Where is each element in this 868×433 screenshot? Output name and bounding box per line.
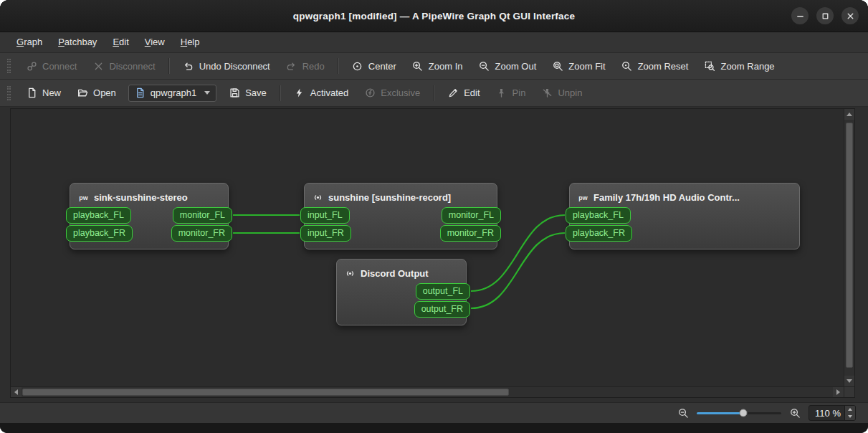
- port-monitor_FL[interactable]: monitor_FL: [442, 207, 501, 224]
- port-playback_FR[interactable]: playback_FR: [566, 225, 632, 242]
- node-sink-sunshine-stereo[interactable]: pwsink-sunshine-stereoplayback_FLmonitor…: [70, 183, 229, 249]
- edit-button[interactable]: Edit: [440, 84, 487, 103]
- port-input_FL[interactable]: input_FL: [300, 207, 350, 224]
- pin-button[interactable]: Pin: [489, 84, 533, 103]
- zoom-spin-up-button[interactable]: [845, 406, 855, 413]
- center-button[interactable]: Center: [345, 57, 404, 75]
- close-icon: [844, 10, 856, 22]
- button-label: Redo: [302, 61, 325, 72]
- redo-button[interactable]: Redo: [279, 57, 332, 75]
- menu-edit[interactable]: Edit: [105, 32, 136, 52]
- arrow-up-icon: [846, 113, 852, 116]
- button-label: Disconnect: [109, 61, 155, 72]
- node-title[interactable]: Discord Output: [337, 264, 466, 282]
- zoom-in-button[interactable]: Zoom In: [405, 57, 470, 75]
- window-bottom-edge: [0, 423, 868, 433]
- vertical-scroll-track[interactable]: [844, 120, 854, 376]
- port-row: input_FRmonitor_FR: [305, 224, 497, 242]
- horizontal-scroll-handle[interactable]: [22, 389, 509, 396]
- node-discord-output[interactable]: Discord Outputoutput_FLoutput_FR: [336, 259, 467, 325]
- zoom-reset-button[interactable]: Zoom Reset: [614, 57, 696, 75]
- menu-view[interactable]: View: [137, 32, 173, 52]
- zoom-range-button[interactable]: Zoom Range: [697, 57, 781, 75]
- scroll-right-button[interactable]: [833, 387, 844, 397]
- title-bar[interactable]: qpwgraph1 [modified] — A PipeWire Graph …: [0, 0, 868, 32]
- record-icon: [312, 191, 323, 203]
- undo-disconnect-button[interactable]: Undo Disconnect: [176, 57, 277, 75]
- port-input_FR[interactable]: input_FR: [300, 225, 351, 242]
- minimize-button[interactable]: [791, 7, 809, 24]
- toolbar-drag-handle[interactable]: [7, 59, 11, 73]
- new-button[interactable]: New: [19, 84, 68, 103]
- horizontal-scroll-track[interactable]: [22, 387, 833, 397]
- zoom-out-button[interactable]: Zoom Out: [472, 57, 544, 75]
- zoom-reset-icon: [621, 60, 633, 72]
- zoom-in-icon[interactable]: [789, 407, 801, 419]
- graph-canvas[interactable]: pwsink-sunshine-stereoplayback_FLmonitor…: [11, 109, 844, 386]
- save-button[interactable]: Save: [221, 84, 274, 103]
- patchbay-selector[interactable]: qpwgraph1: [128, 85, 216, 102]
- zoom-spin-down-button[interactable]: [845, 413, 855, 420]
- node-title[interactable]: pwFamily 17h/19h HD Audio Contr...: [570, 188, 799, 206]
- button-label: Zoom Range: [720, 61, 774, 72]
- horizontal-scrollbar[interactable]: [11, 386, 844, 397]
- node-title[interactable]: pwsink-sunshine-stereo: [70, 188, 228, 206]
- button-label: New: [42, 87, 61, 98]
- pin-icon: [496, 87, 507, 99]
- port-monitor_FR[interactable]: monitor_FR: [171, 225, 232, 242]
- zoom-fit-button[interactable]: Zoom Fit: [545, 57, 612, 75]
- port-playback_FL[interactable]: playback_FL: [566, 207, 631, 224]
- toolbar-separator: [338, 58, 339, 74]
- port-output_FR[interactable]: output_FR: [414, 301, 470, 318]
- vertical-scroll-handle[interactable]: [846, 123, 853, 368]
- menu-help[interactable]: Help: [173, 32, 208, 52]
- menu-patchbay[interactable]: Patchbay: [50, 32, 105, 52]
- scroll-down-button[interactable]: [844, 376, 854, 386]
- minimize-icon: [794, 10, 806, 22]
- node-title-label: Family 17h/19h HD Audio Contr...: [593, 192, 740, 203]
- port-monitor_FR[interactable]: monitor_FR: [440, 225, 501, 242]
- zoom-spinbox[interactable]: 110 %: [809, 405, 856, 421]
- node-title-label: Discord Output: [361, 268, 429, 279]
- toolbar-separator: [280, 85, 281, 101]
- port-row: playback_FLmonitor_FL: [70, 206, 228, 224]
- zoom-out-icon[interactable]: [677, 407, 689, 419]
- port-output_FL[interactable]: output_FL: [416, 283, 470, 300]
- port-row: input_FLmonitor_FL: [305, 206, 497, 224]
- port-playback_FR[interactable]: playback_FR: [66, 225, 133, 242]
- disconnect-button[interactable]: Disconnect: [85, 57, 162, 75]
- maximize-button[interactable]: [816, 7, 834, 24]
- button-label: Zoom Out: [495, 61, 537, 72]
- menu-bar: GraphPatchbayEditViewHelp: [0, 32, 868, 53]
- node-family-hd-audio[interactable]: pwFamily 17h/19h HD Audio Contr...playba…: [569, 183, 800, 249]
- port-monitor_FL[interactable]: monitor_FL: [173, 207, 232, 224]
- scroll-up-button[interactable]: [844, 109, 854, 120]
- port-playback_FL[interactable]: playback_FL: [66, 207, 131, 224]
- vertical-scrollbar[interactable]: [844, 109, 854, 386]
- zoom-slider-handle[interactable]: [739, 409, 747, 417]
- open-button[interactable]: Open: [70, 84, 123, 103]
- node-title[interactable]: sunshine [sunshine-record]: [305, 188, 497, 206]
- exclusive-button[interactable]: Exclusive: [357, 84, 427, 103]
- menu-graph[interactable]: Graph: [9, 32, 50, 52]
- connect-button[interactable]: Connect: [19, 57, 84, 75]
- node-sunshine[interactable]: sunshine [sunshine-record]input_FLmonito…: [304, 183, 497, 249]
- connect-icon: [26, 60, 37, 72]
- zoom-in-icon: [412, 60, 424, 72]
- button-label: Undo Disconnect: [199, 61, 270, 72]
- status-bar: 110 %: [0, 402, 868, 423]
- close-button[interactable]: [841, 7, 859, 24]
- button-label: Open: [93, 87, 116, 98]
- app-window: qpwgraph1 [modified] — A PipeWire Graph …: [0, 0, 868, 433]
- unpin-button[interactable]: Unpin: [534, 84, 589, 103]
- toolbar-drag-handle[interactable]: [7, 86, 11, 100]
- svg-text:pw: pw: [578, 194, 587, 201]
- activated-button[interactable]: Activated: [287, 84, 356, 103]
- disconnect-icon: [92, 60, 104, 72]
- scroll-left-button[interactable]: [11, 387, 22, 397]
- port-row: output_FR: [337, 300, 466, 318]
- toolbar-separator: [168, 58, 170, 74]
- zoom-slider[interactable]: [697, 407, 781, 419]
- center-icon: [352, 60, 363, 72]
- button-label: Save: [245, 87, 267, 98]
